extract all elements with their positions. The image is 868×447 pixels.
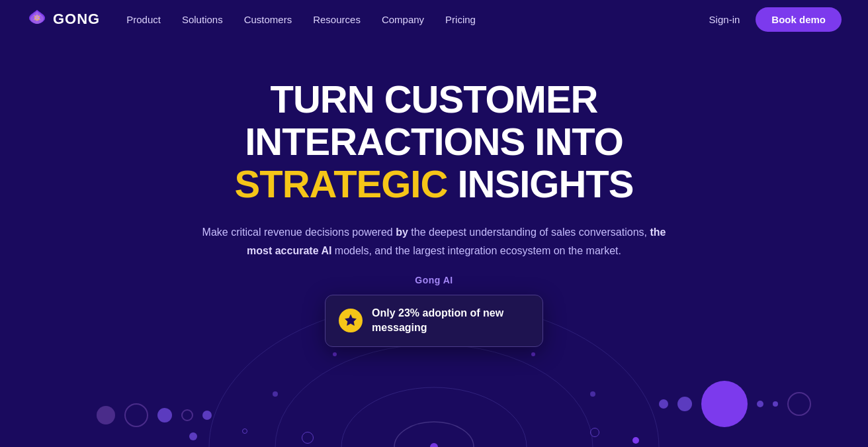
dot-right-outline [787,392,811,416]
dot-right-3 [757,401,763,407]
right-dots [659,381,811,427]
svg-point-7 [273,391,278,397]
logo[interactable]: GONG [26,9,100,30]
diagram-area: Gong AI Only 23% adoption of new messagi… [136,262,732,447]
nav-solutions[interactable]: Solutions [182,14,223,25]
book-demo-button[interactable]: Book demo [756,7,842,32]
gong-logo-icon [26,9,48,30]
scatter-dot-1 [189,432,197,440]
hero-title-line2: INSIGHTS [458,162,634,205]
nav-pricing[interactable]: Pricing [445,14,476,25]
nav-product[interactable]: Product [126,14,161,25]
sign-in-link[interactable]: Sign-in [709,14,740,25]
scatter-dot-4 [590,428,599,437]
svg-point-2 [275,344,593,447]
notification-card: Only 23% adoption of new messaging [325,295,543,347]
dot-right-large [701,381,748,427]
hero-section: TURN CUSTOMER INTERACTIONS INTO STRATEGI… [0,38,868,447]
logo-text: GONG [53,11,100,28]
hero-title-highlight: STRATEGIC [235,162,448,205]
scatter-dot-3 [302,432,314,444]
dot-left-2 [124,403,148,427]
dot-left-3 [157,408,172,422]
dot-right-2 [677,397,692,411]
dot-right-4 [773,401,778,407]
svg-point-8 [590,391,595,397]
nav-links: Product Solutions Customers Resources Co… [126,14,709,25]
nav-customers[interactable]: Customers [244,14,292,25]
dot-right-1 [659,399,668,409]
hero-title-line1: TURN CUSTOMER INTERACTIONS INTO [245,77,623,163]
hero-title: TURN CUSTOMER INTERACTIONS INTO STRATEGI… [136,78,732,205]
notif-badge-icon [339,309,363,332]
gong-ai-label: Gong AI [415,275,453,285]
dot-left-1 [97,406,115,424]
navbar: GONG Product Solutions Customers Resourc… [0,0,868,38]
svg-point-9 [333,352,337,356]
svg-point-3 [341,387,527,447]
nav-actions: Sign-in Book demo [709,7,842,32]
notif-message-text: Only 23% adoption of new messaging [372,306,529,336]
left-dots [97,403,212,427]
nav-company[interactable]: Company [382,14,424,25]
concentric-circles [202,262,666,447]
nav-resources[interactable]: Resources [313,14,361,25]
dot-left-4 [181,409,193,421]
hero-subtitle: Make critical revenue decisions powered … [196,223,672,259]
dot-left-5 [202,411,212,420]
svg-point-5 [430,443,438,447]
scatter-dot-2 [242,428,247,434]
scatter-dot-5 [632,437,639,444]
svg-point-10 [531,352,535,356]
